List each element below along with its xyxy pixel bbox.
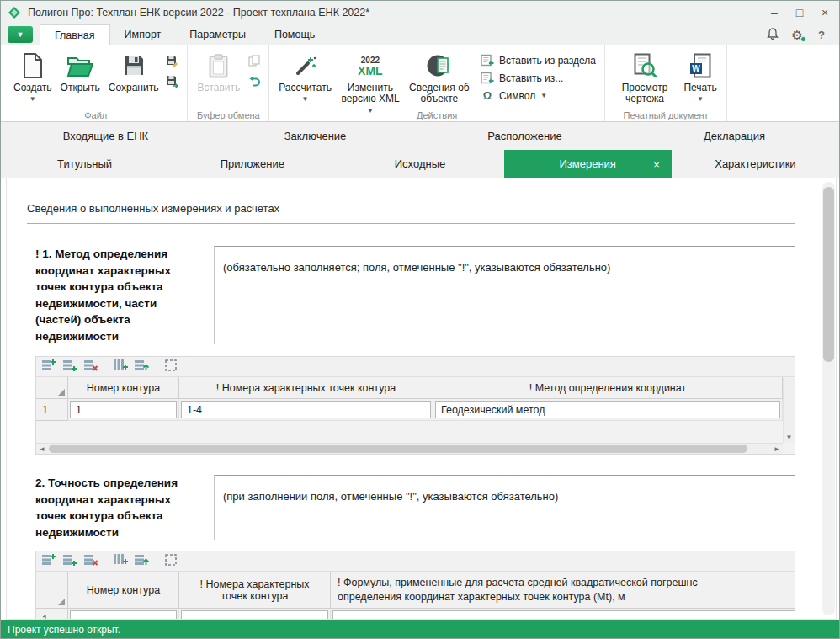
section-tab-measurements[interactable]: Измерения × [504, 150, 672, 178]
print-button[interactable]: W Печать ▼ [679, 48, 721, 103]
measurements-page: Сведения о выполненных измерениях и расч… [6, 178, 837, 620]
points-input[interactable] [181, 401, 431, 418]
word-document-icon: W [689, 51, 711, 80]
scroll-right-icon[interactable]: ► [771, 444, 783, 454]
table-select-all-cell[interactable] [36, 377, 68, 399]
table-add-column-button[interactable] [111, 553, 130, 570]
column-header-points[interactable]: ! Номера характерных точек контура [179, 377, 433, 399]
settings-button[interactable]: ⚙ [789, 27, 805, 42]
print-group-label: Печатный документ [605, 110, 726, 120]
object-info-label: Сведения об объекте [409, 83, 470, 104]
method-input[interactable] [435, 401, 780, 418]
column-header-points[interactable]: ! Номера характерных точек контура [179, 572, 331, 609]
open-folder-icon [66, 51, 93, 80]
measurements-page-inner: Сведения о выполненных измерениях и расч… [7, 178, 821, 619]
copy-button[interactable] [246, 56, 262, 68]
section-tab-incoming-enk[interactable]: Входящие в ЕНК [1, 122, 210, 150]
formula-input[interactable] [332, 610, 795, 619]
section-tab-declaration[interactable]: Декларация [630, 122, 839, 150]
table-add-row-button[interactable] [40, 553, 58, 570]
contour-input[interactable] [70, 610, 177, 619]
table-expand-button[interactable] [162, 359, 180, 375]
floppy-pencil-icon [166, 55, 178, 70]
save-extra-buttons [162, 48, 182, 88]
xml-text: XML [358, 66, 383, 76]
table-expand-button[interactable] [162, 553, 180, 570]
symbol-label: Символ [499, 90, 535, 102]
copy-icon [248, 55, 260, 69]
table-vertical-scrollbar: ▼ [783, 378, 795, 443]
save-as-button[interactable] [164, 56, 180, 68]
table-add-row-icon [41, 359, 56, 375]
preview-drawing-button[interactable]: Просмотр чертежа [610, 48, 679, 104]
clipboard-extra-buttons [244, 48, 263, 88]
calculate-caret-icon: ▼ [302, 96, 309, 103]
table-insert-row-button[interactable] [61, 359, 79, 375]
ribbon-group-clipboard: Вставить Буфер обмена [188, 45, 269, 121]
save-button[interactable]: Сохранить [104, 48, 163, 93]
ribbon-tab-import[interactable]: Импорт [110, 24, 176, 45]
help-button[interactable]: ? [814, 27, 829, 42]
symbol-caret-icon: ▼ [540, 93, 547, 99]
app-menu-button[interactable]: ▼ [8, 26, 33, 43]
table-add-row-button[interactable] [40, 359, 58, 375]
column-header-contour[interactable]: Номер контура [68, 572, 179, 609]
section-tab-conclusion[interactable]: Заключение [210, 122, 420, 150]
row-number-cell[interactable]: 1 [36, 609, 68, 619]
create-button[interactable]: Создать ▼ [9, 48, 56, 103]
paste-button[interactable]: Вставить [193, 48, 244, 93]
row-number-cell[interactable]: 1 [36, 399, 68, 421]
scroll-left-icon[interactable]: ◄ [36, 444, 48, 454]
minimize-button[interactable]: – [762, 1, 787, 24]
ribbon-tab-home[interactable]: Главная [40, 24, 110, 45]
section-tab-source[interactable]: Исходные [336, 150, 503, 178]
save-copy-button[interactable] [164, 76, 180, 88]
scroll-down-icon[interactable]: ▼ [786, 434, 793, 441]
column-header-formula[interactable]: ! Формулы, примененные для расчета средн… [331, 572, 795, 609]
ribbon-tab-parameters[interactable]: Параметры [175, 24, 260, 45]
horizontal-scroll-thumb[interactable] [49, 445, 747, 453]
maximize-button[interactable]: □ [787, 1, 812, 24]
object-info-button[interactable]: Сведения об объекте [405, 48, 474, 104]
column-header-method[interactable]: ! Метод определения координат [433, 377, 783, 399]
clipboard-group-label: Буфер обмена [188, 110, 268, 120]
tab-close-icon[interactable]: × [653, 157, 660, 170]
table-add-column-button[interactable] [111, 359, 130, 375]
settings-notification-dot [800, 36, 806, 42]
close-button[interactable]: × [812, 1, 837, 24]
section-tab-location[interactable]: Расположение [420, 122, 630, 150]
column-header-contour[interactable]: Номер контура [68, 377, 179, 399]
table-select-all-cell[interactable] [36, 572, 68, 609]
points-input[interactable] [181, 610, 328, 619]
floppy-arrow-icon [166, 75, 178, 90]
contour-input[interactable] [70, 401, 177, 418]
section-tab-appendix[interactable]: Приложение [168, 150, 336, 178]
section-tab-measurements-label: Измерения [560, 157, 616, 170]
create-label: Создать [13, 83, 52, 93]
calculate-button[interactable]: Рассчитать ▼ [274, 48, 336, 103]
section-tab-title[interactable]: Титульный [1, 150, 168, 178]
calculate-label: Рассчитать [279, 83, 332, 93]
insert-from-label: Вставить из... [499, 72, 563, 84]
open-button[interactable]: Открыть [56, 48, 104, 93]
print-label: Печать [683, 83, 716, 93]
table-delete-row-button[interactable] [82, 553, 100, 570]
table-insert-row-icon [62, 553, 77, 569]
symbol-button[interactable]: Ω Символ ▼ [481, 88, 596, 103]
page-vertical-scrollbar[interactable] [822, 182, 835, 615]
change-xml-version-button[interactable]: 2022 XML Изменить версию XML ▼ [336, 48, 405, 115]
notifications-button[interactable] [765, 27, 780, 42]
insert-from-button[interactable]: Вставить из... [481, 71, 596, 85]
vertical-scroll-thumb[interactable] [823, 187, 834, 362]
table-insert-row-button[interactable] [61, 553, 79, 570]
insert-from-section-button[interactable]: Вставить из раздела [481, 53, 596, 67]
table-move-row-button[interactable] [132, 553, 151, 570]
table-delete-row-button[interactable] [82, 359, 100, 375]
section-tab-characteristics[interactable]: Характеристики [672, 150, 839, 178]
table-move-row-button[interactable] [132, 359, 151, 375]
table-expand-icon [164, 553, 178, 569]
ribbon-tab-help[interactable]: Помощь [260, 24, 329, 45]
actions-group-label: Действия [269, 110, 604, 120]
drawing-preview-icon [634, 51, 657, 80]
undo-button[interactable] [246, 76, 262, 88]
